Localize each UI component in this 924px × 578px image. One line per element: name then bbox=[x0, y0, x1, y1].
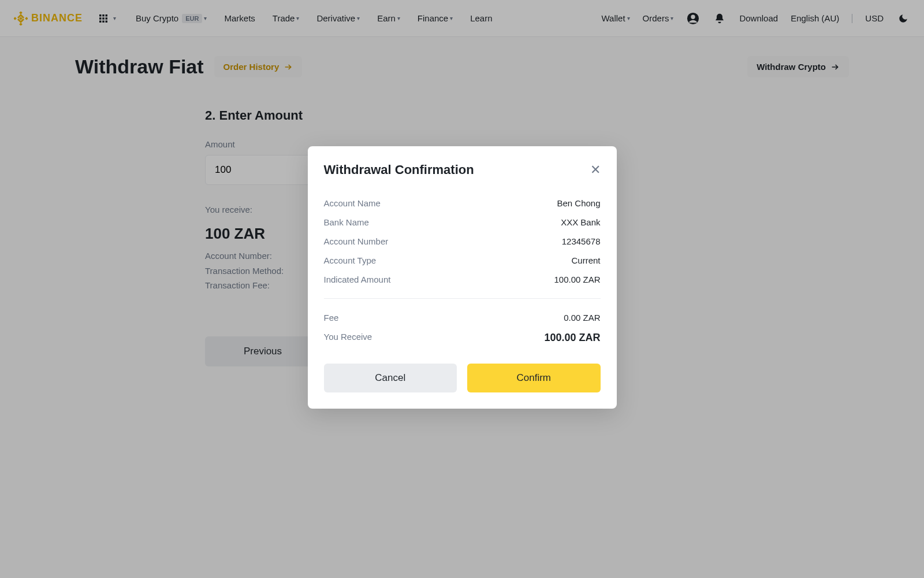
confirm-row-fee: Fee 0.00 ZAR bbox=[324, 308, 601, 327]
modal-title: Withdrawal Confirmation bbox=[324, 162, 474, 177]
bank-name-value: XXX Bank bbox=[561, 217, 600, 227]
confirm-row-bank-name: Bank Name XXX Bank bbox=[324, 213, 601, 232]
close-icon[interactable]: ✕ bbox=[590, 164, 601, 176]
cancel-button[interactable]: Cancel bbox=[324, 364, 457, 392]
bank-name-key: Bank Name bbox=[324, 217, 369, 227]
you-receive-key: You Receive bbox=[324, 332, 372, 344]
indicated-amount-key: Indicated Amount bbox=[324, 275, 391, 284]
fee-value: 0.00 ZAR bbox=[564, 313, 600, 323]
indicated-amount-value: 100.00 ZAR bbox=[554, 275, 600, 284]
withdrawal-confirmation-modal: Withdrawal Confirmation ✕ Account Name B… bbox=[308, 146, 617, 409]
account-name-key: Account Name bbox=[324, 198, 381, 208]
modal-divider bbox=[324, 298, 601, 299]
confirm-row-you-receive: You Receive 100.00 ZAR bbox=[324, 327, 601, 349]
account-number-key: Account Number bbox=[324, 236, 389, 246]
confirm-row-account-type: Account Type Current bbox=[324, 251, 601, 270]
account-type-value: Current bbox=[571, 255, 600, 265]
you-receive-value: 100.00 ZAR bbox=[544, 332, 600, 344]
confirm-row-indicated-amount: Indicated Amount 100.00 ZAR bbox=[324, 270, 601, 289]
account-type-key: Account Type bbox=[324, 255, 377, 265]
account-number-value: 12345678 bbox=[562, 236, 601, 246]
confirm-row-account-name: Account Name Ben Chong bbox=[324, 194, 601, 213]
confirm-button[interactable]: Confirm bbox=[467, 364, 601, 392]
account-name-value: Ben Chong bbox=[557, 198, 600, 208]
modal-button-row: Cancel Confirm bbox=[324, 364, 601, 392]
confirm-row-account-number: Account Number 12345678 bbox=[324, 232, 601, 251]
modal-backdrop[interactable]: Withdrawal Confirmation ✕ Account Name B… bbox=[0, 0, 924, 578]
modal-header: Withdrawal Confirmation ✕ bbox=[324, 162, 601, 177]
fee-key: Fee bbox=[324, 313, 339, 323]
